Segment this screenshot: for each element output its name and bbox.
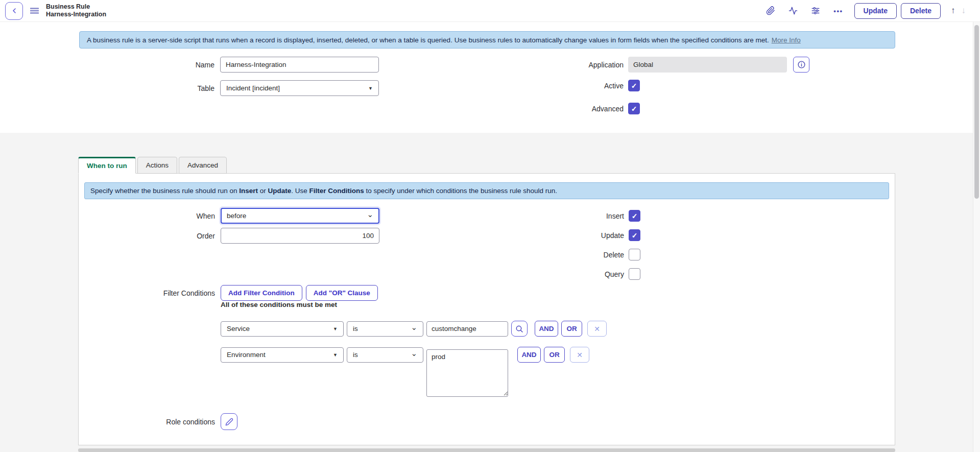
vertical-scrollbar-track[interactable] [973, 22, 980, 452]
personalize-form-button[interactable] [811, 6, 820, 15]
tab-bar: When to run Actions Advanced [78, 157, 228, 174]
and-button[interactable]: AND [535, 321, 558, 337]
table-label: Table [77, 84, 214, 92]
filter-conditions-label: Filter Conditions [79, 289, 215, 297]
form-top-section: A business rule is a server-side script … [0, 22, 980, 133]
and-button[interactable]: AND [517, 347, 541, 363]
caret-down-icon: ▼ [368, 86, 373, 91]
info-bold-update: Update [268, 187, 291, 195]
condition-field-select[interactable]: Environment ▼ [221, 347, 344, 363]
more-info-link[interactable]: More Info [772, 36, 801, 44]
remove-condition-button[interactable]: ✕ [570, 347, 589, 363]
active-label: Active [511, 82, 624, 90]
activity-stream-button[interactable] [788, 6, 798, 15]
role-conditions-label: Role conditions [79, 418, 215, 426]
when-to-run-panel: Specify whether the business rule should… [78, 173, 895, 445]
delete-checkbox[interactable]: ✓ [629, 249, 640, 260]
condition-field-value: Service [227, 325, 250, 332]
context-menu-button[interactable] [30, 7, 39, 14]
activity-icon [788, 6, 798, 15]
condition-operator-select[interactable]: is ⌄ [347, 347, 423, 363]
condition-value-textarea[interactable]: prod [426, 349, 508, 397]
conditions-must-be-met-text: All of these conditions must be met [221, 301, 337, 308]
paperclip-icon [766, 6, 775, 15]
info-icon [797, 60, 806, 69]
add-or-clause-button[interactable]: Add "OR" Clause [306, 285, 378, 301]
condition-field-select[interactable]: Service ▼ [221, 321, 344, 337]
form-header: Business Rule Harness-Integration ••• Up… [0, 0, 980, 22]
caret-down-icon: ▼ [333, 352, 338, 358]
update-checkbox[interactable]: ✓ [629, 229, 640, 241]
condition-operator-select[interactable]: is ⌄ [347, 321, 423, 337]
check-icon: ✓ [631, 82, 637, 90]
next-record-arrow[interactable]: ↓ [959, 6, 969, 16]
check-icon: ✓ [632, 212, 638, 220]
resize-handle-icon[interactable] [503, 391, 508, 396]
application-value: Global [633, 61, 653, 68]
add-filter-condition-button[interactable]: Add Filter Condition [221, 285, 302, 301]
query-checkbox[interactable]: ✓ [629, 268, 640, 280]
delete-button[interactable]: Delete [901, 3, 941, 19]
pencil-icon [225, 418, 233, 426]
tab-actions[interactable]: Actions [137, 157, 177, 174]
edit-role-conditions-button[interactable] [221, 413, 237, 430]
search-icon [515, 325, 523, 333]
application-info-button[interactable] [793, 57, 809, 73]
table-select-value: Incident [incident] [226, 84, 280, 92]
chevron-left-icon [10, 7, 18, 15]
info-text: . Use [291, 187, 309, 195]
condition-operator-value: is [353, 351, 358, 359]
insert-checkbox[interactable]: ✓ [629, 210, 640, 222]
caret-down-icon: ▼ [333, 326, 338, 331]
application-field: Global [628, 57, 787, 73]
remove-condition-button[interactable]: ✕ [587, 321, 607, 337]
record-name: Harness-Integration [46, 11, 106, 18]
table-select[interactable]: Incident [incident] ▼ [220, 80, 379, 96]
or-button[interactable]: OR [544, 347, 565, 363]
vertical-scrollbar-thumb[interactable] [974, 25, 979, 199]
info-bold-filter-conditions: Filter Conditions [309, 187, 364, 195]
condition-operator-value: is [353, 325, 358, 332]
more-options-button[interactable]: ••• [833, 7, 843, 15]
hamburger-icon [30, 7, 39, 14]
delete-label: Delete [79, 251, 624, 259]
application-label: Application [511, 61, 624, 69]
attachment-button[interactable] [766, 6, 775, 15]
check-icon: ✓ [632, 231, 638, 240]
query-label: Query [79, 270, 624, 278]
info-text: or [258, 187, 268, 195]
info-text: to specify under which conditions the bu… [364, 187, 557, 195]
info-banner-text: A business rule is a server-side script … [87, 36, 769, 44]
close-icon: ✕ [577, 351, 583, 359]
info-bold-insert: Insert [239, 187, 258, 195]
sliders-icon [811, 6, 820, 15]
advanced-label: Advanced [511, 105, 624, 113]
info-banner: A business rule is a server-side script … [79, 31, 895, 49]
horizontal-scrollbar[interactable] [78, 448, 895, 452]
advanced-checkbox[interactable]: ✓ [628, 103, 640, 114]
tab-when-to-run[interactable]: When to run [78, 157, 136, 174]
previous-record-arrow[interactable]: ↑ [948, 6, 959, 16]
form-lower-section: When to run Actions Advanced Specify whe… [0, 133, 980, 452]
page-title: Business Rule Harness-Integration [46, 3, 106, 18]
check-icon: ✓ [631, 105, 637, 113]
info-text: Specify whether the business rule should… [90, 187, 239, 195]
reference-lookup-button[interactable] [511, 321, 528, 337]
condition-value-input[interactable] [426, 321, 508, 337]
name-input[interactable] [220, 57, 379, 73]
insert-label: Insert [79, 212, 624, 220]
condition-field-value: Environment [227, 351, 266, 359]
active-checkbox[interactable]: ✓ [628, 80, 640, 91]
when-info-banner: Specify whether the business rule should… [84, 182, 889, 199]
update-button[interactable]: Update [854, 3, 897, 19]
or-button[interactable]: OR [561, 321, 582, 337]
back-button[interactable] [5, 2, 23, 20]
close-icon: ✕ [594, 325, 600, 333]
update-label: Update [79, 231, 624, 240]
tab-advanced[interactable]: Advanced [179, 157, 227, 174]
record-type: Business Rule [46, 3, 106, 11]
name-label: Name [77, 61, 214, 69]
